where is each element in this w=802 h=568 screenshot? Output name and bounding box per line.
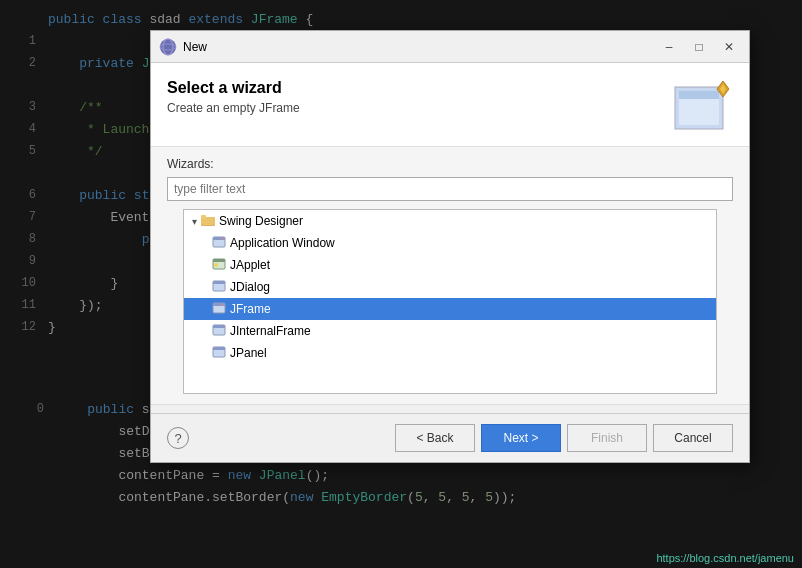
svg-rect-11	[201, 217, 215, 225]
component-icon	[212, 301, 226, 317]
wizard-subtitle: Create an empty JFrame	[167, 101, 673, 115]
wizards-label: Wizards:	[167, 157, 733, 171]
tree-item-label: JFrame	[230, 302, 271, 316]
tree-item-jpanel[interactable]: JPanel	[184, 342, 716, 364]
maximize-button[interactable]: □	[687, 37, 711, 57]
tree-item-swing-designer[interactable]: ▾ Swing Designer	[184, 210, 716, 232]
wizard-title: Select a wizard	[167, 79, 673, 97]
tree-item-japplet[interactable]: JApplet	[184, 254, 716, 276]
tree-container[interactable]: ▾ Swing Designer	[183, 209, 717, 394]
header-text-area: Select a wizard Create an empty JFrame	[167, 79, 673, 115]
wizards-section: Wizards: ▾ Swing De	[151, 147, 749, 405]
svg-point-17	[214, 263, 218, 267]
help-button[interactable]: ?	[167, 427, 189, 449]
dialog-icon	[159, 38, 177, 56]
filter-input[interactable]	[167, 177, 733, 201]
dialog-footer: ? < Back Next > Finish Cancel	[151, 413, 749, 462]
dialog-titlebar: New – □ ✕	[151, 31, 749, 63]
svg-rect-5	[679, 91, 719, 99]
svg-rect-19	[213, 281, 225, 284]
tree-item-label: JInternalFrame	[230, 324, 311, 338]
component-icon	[212, 279, 226, 295]
next-button[interactable]: Next >	[481, 424, 561, 452]
dialog-title: New	[183, 40, 651, 54]
tree-item-label: JPanel	[230, 346, 267, 360]
component-icon	[212, 257, 226, 273]
component-icon	[212, 345, 226, 361]
tree-item-jframe[interactable]: JFrame	[184, 298, 716, 320]
close-button[interactable]: ✕	[717, 37, 741, 57]
component-icon	[212, 235, 226, 251]
back-button[interactable]: < Back	[395, 424, 475, 452]
component-icon	[212, 323, 226, 339]
finish-button[interactable]: Finish	[567, 424, 647, 452]
expand-arrow: ▾	[192, 216, 197, 227]
tree-item-jdialog[interactable]: JDialog	[184, 276, 716, 298]
dialog-header: Select a wizard Create an empty JFrame	[151, 63, 749, 147]
dialog-content: Select a wizard Create an empty JFrame W…	[151, 63, 749, 405]
watermark: https://blog.csdn.net/jamenu	[656, 552, 794, 564]
tree-item-application-window[interactable]: Application Window	[184, 232, 716, 254]
svg-rect-26	[213, 347, 225, 350]
wizard-image	[673, 79, 733, 134]
cancel-button[interactable]: Cancel	[653, 424, 733, 452]
svg-rect-24	[213, 325, 225, 328]
tree-item-label: JApplet	[230, 258, 270, 272]
tree-item-label: Swing Designer	[219, 214, 303, 228]
dialog-window: New – □ ✕ Select a wizard Create an empt…	[150, 30, 750, 463]
svg-rect-16	[213, 259, 225, 262]
tree-item-label: JDialog	[230, 280, 270, 294]
tree-item-jinternalframe[interactable]: JInternalFrame	[184, 320, 716, 342]
svg-rect-22	[222, 304, 224, 305]
folder-icon	[201, 213, 215, 229]
tree-item-label: Application Window	[230, 236, 335, 250]
minimize-button[interactable]: –	[657, 37, 681, 57]
svg-rect-14	[222, 238, 224, 239]
